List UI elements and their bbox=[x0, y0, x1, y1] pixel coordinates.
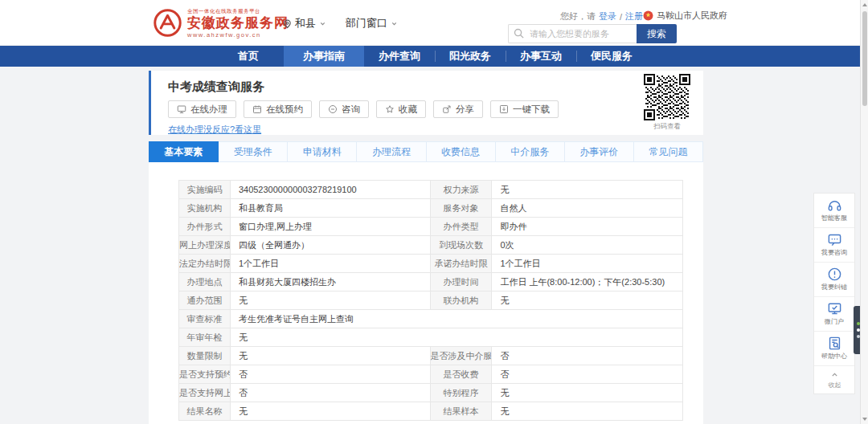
action-button-label: 分享 bbox=[456, 104, 474, 116]
scrollbar-up-button[interactable] bbox=[861, 0, 868, 10]
qr-code-image bbox=[644, 74, 690, 120]
field-label: 网上办理深度 bbox=[179, 236, 231, 255]
field-value: 无 bbox=[231, 347, 431, 365]
greeting-text: 您好，请 bbox=[560, 10, 596, 22]
doc-search-icon bbox=[827, 336, 842, 351]
sidebar-item-label: 智能客服 bbox=[821, 214, 847, 222]
field-value: 否 bbox=[492, 347, 683, 365]
field-value: 无 bbox=[231, 328, 683, 347]
action-button-label: 一键下载 bbox=[513, 104, 550, 116]
sidebar-item-4[interactable]: 帮助中心 bbox=[814, 332, 854, 366]
anhui-gov-logo-icon bbox=[153, 8, 182, 38]
scrollbar-down-button[interactable] bbox=[861, 414, 868, 424]
field-label: 是否涉及中介服务 bbox=[431, 347, 493, 365]
action-button-0[interactable]: 在线办理 bbox=[168, 100, 236, 118]
tab-2[interactable]: 申请材料 bbox=[288, 141, 357, 162]
field-label: 是否收费 bbox=[431, 365, 493, 384]
tab-0[interactable]: 基本要素 bbox=[149, 141, 219, 162]
field-label: 实施机构 bbox=[179, 199, 231, 218]
sidebar-item-3[interactable]: 微门户 bbox=[814, 297, 854, 332]
field-label: 年审年检 bbox=[179, 328, 231, 347]
field-value: 四级（全网通办） bbox=[231, 236, 431, 255]
nav-item-5[interactable]: 便民服务 bbox=[576, 46, 647, 67]
register-link[interactable]: 注册 bbox=[625, 10, 643, 22]
page-scrollbar bbox=[860, 0, 868, 424]
tab-5[interactable]: 中介服务 bbox=[496, 141, 565, 162]
site-url: www.ahzwfw.gov.cn bbox=[187, 31, 289, 39]
field-label: 是否支持预约 bbox=[179, 365, 231, 384]
search-bar: 搜索 bbox=[508, 24, 677, 43]
site-name: 安徽政务服务网 bbox=[187, 15, 289, 31]
field-value: 否 bbox=[231, 365, 431, 384]
action-button-label: 收藏 bbox=[399, 104, 417, 116]
handle-dot bbox=[857, 322, 860, 325]
nav-item-2[interactable]: 办件查询 bbox=[364, 46, 435, 67]
page-title: 中考成绩查询服务 bbox=[168, 80, 264, 95]
tab-7[interactable]: 常见问题 bbox=[634, 141, 703, 162]
action-button-4[interactable]: 分享 bbox=[433, 100, 483, 118]
action-button-1[interactable]: 在线预约 bbox=[244, 100, 312, 118]
location-pin-icon bbox=[283, 18, 292, 29]
tab-1[interactable]: 受理条件 bbox=[219, 141, 288, 162]
sidebar-item-label: 帮助中心 bbox=[821, 352, 847, 361]
site-logo-text: 全国一体化在线政务服务平台 安徽政务服务网 www.ahzwfw.gov.cn bbox=[187, 8, 289, 39]
field-value: 和县教育局 bbox=[231, 199, 431, 218]
field-label: 联办机构 bbox=[431, 292, 493, 310]
field-label: 办理时间 bbox=[431, 273, 493, 292]
search-button[interactable]: 搜索 bbox=[637, 24, 677, 43]
field-label: 是否支持网上支付 bbox=[179, 384, 231, 402]
search-input[interactable] bbox=[508, 24, 637, 43]
user-bar: 您好，请 登录 / 注册 bbox=[560, 10, 643, 22]
field-value: 无 bbox=[492, 292, 683, 310]
nav-item-3[interactable]: 阳光政务 bbox=[435, 46, 506, 67]
location-selector[interactable]: 和县 bbox=[283, 16, 326, 31]
chevron-up-icon bbox=[829, 369, 840, 380]
nav-item-0[interactable]: 首页 bbox=[213, 46, 284, 67]
tab-content-panel: 实施编码340523000000003278219100权力来源无实施机构和县教… bbox=[149, 162, 703, 424]
field-label: 权力来源 bbox=[431, 181, 493, 199]
tab-4[interactable]: 收费信息 bbox=[427, 141, 496, 162]
sidebar-item-5[interactable]: 收起 bbox=[814, 366, 854, 393]
sidebar-item-label: 我要咨询 bbox=[821, 248, 847, 257]
main-nav-items: 首页办事指南办件查询阳光政务办事互动便民服务 bbox=[213, 46, 647, 67]
chat-icon bbox=[328, 104, 338, 114]
field-label: 承诺办结时限 bbox=[431, 255, 493, 273]
service-action-buttons: 在线办理在线预约咨询收藏分享一键下载 bbox=[168, 100, 559, 118]
field-label: 法定办结时限 bbox=[179, 255, 231, 273]
qr-code-block: 扫码查看 bbox=[643, 74, 691, 132]
qr-caption: 扫码查看 bbox=[643, 122, 691, 132]
floating-toolbar: 智能客服我要咨询我要纠错微门户帮助中心收起 bbox=[813, 193, 855, 394]
action-button-2[interactable]: 咨询 bbox=[319, 100, 369, 118]
sidebar-item-0[interactable]: 智能客服 bbox=[814, 194, 854, 228]
site-header: 全国一体化在线政务服务平台 安徽政务服务网 www.ahzwfw.gov.cn … bbox=[0, 0, 868, 46]
site-logo[interactable]: 全国一体化在线政务服务平台 安徽政务服务网 www.ahzwfw.gov.cn bbox=[153, 8, 289, 39]
scrollbar-thumb[interactable] bbox=[862, 11, 867, 106]
clock-alert-icon bbox=[827, 267, 842, 282]
field-value: 自然人 bbox=[492, 199, 683, 218]
action-button-label: 在线预约 bbox=[266, 104, 303, 116]
online-help-link[interactable]: 在线办理没反应?看这里 bbox=[168, 124, 261, 136]
field-label: 服务对象 bbox=[431, 199, 493, 218]
action-button-5[interactable]: 一键下载 bbox=[490, 100, 559, 118]
nav-item-1[interactable]: 办事指南 bbox=[284, 46, 364, 67]
action-button-3[interactable]: 收藏 bbox=[376, 100, 426, 118]
city-gov-link[interactable]: 马鞍山市人民政府 bbox=[643, 10, 727, 22]
field-label: 办件形式 bbox=[179, 218, 231, 236]
tab-6[interactable]: 办事评价 bbox=[565, 141, 634, 162]
sidebar-item-2[interactable]: 我要纠错 bbox=[814, 263, 854, 297]
field-value: 无 bbox=[492, 402, 683, 421]
field-value: 和县财苑大厦四楼招生办 bbox=[231, 273, 431, 292]
star-icon bbox=[385, 104, 395, 114]
nav-item-4[interactable]: 办事互动 bbox=[506, 46, 576, 67]
login-link[interactable]: 登录 bbox=[599, 10, 616, 22]
field-value: 340523000000003278219100 bbox=[231, 181, 431, 199]
field-label: 通办范围 bbox=[179, 292, 231, 310]
sidebar-item-label: 微门户 bbox=[825, 317, 844, 326]
national-emblem-icon bbox=[643, 10, 653, 21]
tab-3[interactable]: 办理流程 bbox=[357, 141, 426, 162]
field-value: 1个工作日 bbox=[231, 255, 431, 273]
department-window-selector[interactable]: 部门窗口 bbox=[346, 16, 398, 31]
sidebar-item-1[interactable]: 我要咨询 bbox=[814, 228, 854, 263]
field-label: 实施编码 bbox=[179, 181, 231, 199]
action-button-label: 在线办理 bbox=[190, 104, 227, 116]
